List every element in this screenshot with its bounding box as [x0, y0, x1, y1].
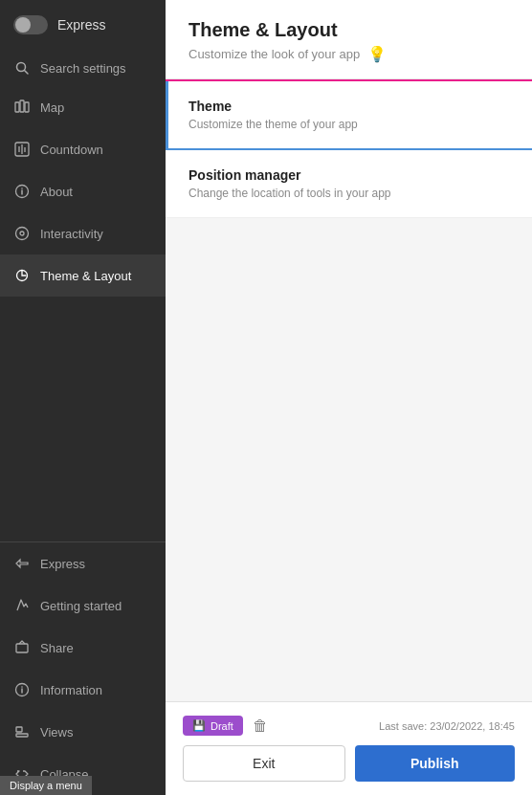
draft-badge[interactable]: 💾 Draft: [183, 716, 243, 736]
content-footer: 💾 Draft 🗑 Last save: 23/02/2022, 18:45 E…: [166, 701, 532, 795]
sidebar-bottom: Express Getting started Share: [0, 541, 166, 795]
delete-icon[interactable]: 🗑: [253, 718, 268, 735]
sidebar-item-about[interactable]: About: [0, 170, 166, 212]
sidebar-item-interactivity[interactable]: Interactivity: [0, 212, 166, 254]
sidebar-item-getting-started[interactable]: Getting started: [0, 585, 166, 627]
section-item-position-manager-title: Position manager: [188, 167, 509, 183]
sidebar: Express Search settings Map: [0, 0, 166, 795]
sidebar-item-countdown-label: Countdown: [40, 143, 103, 157]
about-icon: [13, 183, 31, 200]
sidebar-item-information[interactable]: Information: [0, 669, 166, 711]
sidebar-item-information-label: Information: [40, 683, 102, 697]
sidebar-item-countdown[interactable]: Countdown: [0, 128, 166, 170]
subtitle-text: Customize the look of your app: [188, 47, 360, 61]
svg-line-1: [24, 70, 28, 74]
exit-button[interactable]: Exit: [183, 745, 345, 782]
svg-point-18: [21, 686, 23, 688]
sidebar-item-express-label: Express: [40, 557, 85, 571]
countdown-icon: [13, 141, 31, 158]
sidebar-item-theme-layout[interactable]: Theme & Layout: [0, 254, 166, 297]
sections-card: Theme Customize the theme of your app Po…: [166, 79, 532, 218]
svg-rect-15: [16, 644, 28, 652]
svg-rect-2: [15, 102, 19, 112]
save-info: Last save: 23/02/2022, 18:45: [379, 720, 515, 732]
share-icon: [13, 639, 31, 656]
section-item-position-manager[interactable]: Position manager Change the location of …: [166, 150, 532, 218]
svg-rect-4: [25, 102, 29, 112]
sidebar-item-about-label: About: [40, 185, 73, 199]
svg-point-12: [16, 228, 29, 240]
sidebar-item-map[interactable]: Map: [0, 86, 166, 128]
content-body: Theme Customize the theme of your app Po…: [166, 79, 532, 701]
section-item-position-manager-desc: Change the location of tools in your app: [188, 187, 509, 200]
search-label: Search settings: [40, 61, 126, 76]
draft-label: Draft: [211, 720, 233, 732]
express-toggle-label: Express: [57, 17, 106, 33]
sidebar-item-express[interactable]: Express: [0, 542, 166, 585]
sidebar-item-interactivity-label: Interactivity: [40, 227, 103, 241]
sidebar-item-share-label: Share: [40, 641, 74, 655]
svg-rect-19: [16, 734, 28, 737]
save-date: 23/02/2022, 18:45: [430, 720, 515, 732]
map-icon: [13, 99, 31, 116]
footer-buttons: Exit Publish: [183, 745, 515, 782]
express-icon: [13, 555, 31, 572]
page-subtitle: Customize the look of your app 💡: [188, 45, 509, 63]
sidebar-item-theme-layout-label: Theme & Layout: [40, 269, 131, 283]
sidebar-search[interactable]: Search settings: [0, 50, 166, 86]
publish-button[interactable]: Publish: [355, 745, 516, 782]
views-icon: [13, 723, 31, 740]
svg-rect-3: [20, 100, 24, 112]
theme-layout-icon: [13, 267, 31, 284]
information-icon: [13, 681, 31, 698]
sidebar-item-map-label: Map: [40, 100, 64, 115]
main-content: Theme & Layout Customize the look of you…: [166, 0, 532, 795]
svg-rect-20: [16, 727, 22, 732]
sidebar-toggle-row[interactable]: Express: [0, 0, 166, 50]
draft-icon: 💾: [192, 719, 206, 732]
save-row: 💾 Draft 🗑 Last save: 23/02/2022, 18:45: [183, 716, 515, 736]
sidebar-item-share[interactable]: Share: [0, 627, 166, 669]
section-item-theme-title: Theme: [188, 99, 509, 114]
section-item-theme[interactable]: Theme Customize the theme of your app: [166, 81, 532, 150]
bulb-icon: 💡: [367, 45, 387, 63]
sidebar-item-views[interactable]: Views: [0, 711, 166, 753]
page-title: Theme & Layout: [188, 19, 509, 41]
express-toggle[interactable]: [13, 15, 48, 34]
getting-started-icon: [13, 597, 31, 614]
interactivity-icon: [13, 225, 31, 242]
section-item-theme-desc: Customize the theme of your app: [188, 118, 509, 131]
sidebar-item-getting-started-label: Getting started: [40, 599, 122, 613]
svg-point-13: [20, 232, 24, 235]
search-icon: [13, 59, 31, 77]
save-text-label: Last save:: [379, 720, 427, 732]
sidebar-item-views-label: Views: [40, 725, 73, 740]
tooltip-bar: Display a menu: [0, 776, 92, 795]
content-header: Theme & Layout Customize the look of you…: [166, 0, 532, 79]
svg-point-11: [21, 188, 23, 189]
